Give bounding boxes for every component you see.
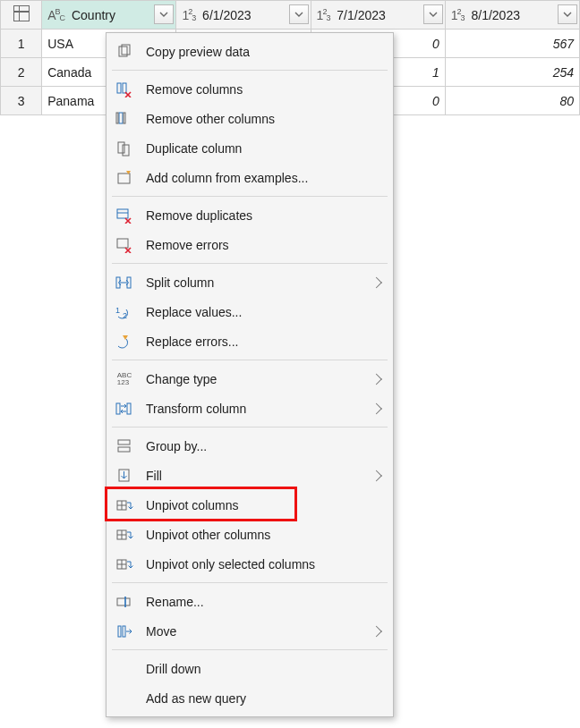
svg-rect-13	[117, 209, 128, 218]
column-header-date3[interactable]: 123 8/1/2023	[445, 1, 579, 30]
menu-separator	[112, 360, 388, 360]
add-column-examples-icon	[114, 167, 135, 189]
row-number: 2	[1, 58, 42, 87]
menu-unpivot-columns[interactable]: Unpivot columns	[107, 490, 393, 520]
replace-values-icon: 12	[114, 301, 135, 323]
cell-value[interactable]: 254	[445, 58, 579, 87]
menu-unpivot-other-columns[interactable]: Unpivot other columns	[107, 520, 393, 549]
filter-button[interactable]	[423, 4, 443, 24]
column-label: 7/1/2023	[337, 8, 386, 22]
text-type-icon: ABC	[47, 8, 64, 22]
menu-separator	[112, 582, 388, 583]
unpivot-selected-icon	[114, 554, 135, 575]
unpivot-other-icon	[114, 524, 135, 546]
menu-unpivot-only-selected[interactable]: Unpivot only selected columns	[107, 549, 393, 579]
blank-icon	[114, 688, 135, 709]
menu-separator	[112, 427, 388, 427]
svg-rect-29	[118, 447, 130, 452]
change-type-icon: ABC123	[114, 368, 135, 390]
menu-separator	[112, 649, 388, 650]
row-number: 3	[1, 87, 42, 115]
svg-rect-9	[118, 142, 124, 153]
menu-drill-down[interactable]: Drill down	[107, 654, 393, 683]
table-icon	[13, 5, 30, 21]
remove-errors-icon	[114, 234, 135, 256]
column-label: Country	[72, 8, 115, 22]
unpivot-icon	[114, 495, 135, 516]
svg-rect-8	[124, 113, 125, 123]
menu-change-type[interactable]: ABC123 Change type	[107, 364, 393, 394]
menu-split-column[interactable]: Split column	[107, 267, 393, 297]
column-header-date1[interactable]: 123 6/1/2023	[176, 1, 311, 30]
duplicate-column-icon	[114, 138, 135, 159]
menu-fill[interactable]: Fill	[107, 461, 393, 490]
menu-remove-columns[interactable]: Remove columns	[107, 74, 393, 104]
rename-icon	[114, 591, 135, 613]
column-header-country[interactable]: ABC Country	[42, 1, 176, 30]
replace-errors-icon	[114, 331, 135, 352]
menu-replace-values[interactable]: 12 Replace values...	[107, 297, 393, 326]
number-type-icon: 123	[317, 8, 330, 22]
menu-transform-column[interactable]: Transform column	[107, 394, 393, 423]
number-type-icon: 123	[182, 8, 195, 22]
menu-remove-errors[interactable]: Remove errors	[107, 230, 393, 259]
menu-separator	[112, 70, 388, 71]
remove-duplicates-icon	[114, 205, 135, 226]
svg-rect-6	[119, 113, 123, 123]
svg-text:1: 1	[115, 306, 120, 315]
svg-rect-10	[123, 145, 129, 156]
menu-rename[interactable]: Rename...	[107, 587, 393, 616]
column-label: 6/1/2023	[202, 8, 252, 22]
svg-rect-26	[116, 403, 120, 414]
chevron-down-icon	[563, 12, 572, 17]
select-all-cell[interactable]	[1, 1, 42, 30]
number-type-icon: 123	[451, 8, 465, 22]
column-label: 8/1/2023	[471, 8, 520, 22]
menu-replace-errors[interactable]: Replace errors...	[107, 326, 393, 356]
svg-rect-44	[123, 626, 125, 637]
menu-separator	[112, 263, 388, 264]
menu-separator	[112, 196, 388, 197]
svg-marker-25	[123, 335, 128, 340]
svg-rect-28	[118, 440, 130, 444]
filter-button[interactable]	[154, 4, 174, 24]
copy-icon	[114, 41, 135, 63]
remove-columns-icon	[114, 79, 135, 100]
chevron-down-icon	[429, 12, 438, 17]
menu-group-by[interactable]: Group by...	[107, 431, 393, 461]
remove-other-columns-icon	[114, 108, 135, 130]
svg-rect-27	[127, 403, 131, 414]
filter-button[interactable]	[558, 4, 577, 24]
menu-remove-duplicates[interactable]: Remove duplicates	[107, 200, 393, 230]
chevron-down-icon	[159, 12, 168, 17]
menu-add-column-examples[interactable]: Add column from examples...	[107, 163, 393, 192]
menu-remove-other-columns[interactable]: Remove other columns	[107, 104, 393, 133]
menu-move[interactable]: Move	[107, 616, 393, 646]
cell-value[interactable]: 567	[445, 30, 579, 58]
svg-rect-41	[117, 598, 130, 605]
menu-duplicate-column[interactable]: Duplicate column	[107, 133, 393, 163]
svg-rect-3	[123, 83, 126, 93]
svg-rect-2	[117, 83, 121, 93]
filter-button[interactable]	[289, 4, 309, 24]
svg-rect-11	[118, 174, 130, 183]
group-by-icon	[114, 436, 135, 457]
column-header-date2[interactable]: 123 7/1/2023	[311, 1, 445, 30]
svg-rect-7	[116, 113, 118, 123]
row-number: 1	[1, 30, 42, 58]
cell-value[interactable]: 80	[445, 87, 579, 115]
fill-icon	[114, 465, 135, 487]
svg-rect-17	[117, 239, 128, 248]
blank-icon	[114, 658, 135, 680]
move-icon	[114, 621, 135, 642]
chevron-down-icon	[294, 12, 303, 17]
menu-add-as-new-query[interactable]: Add as new query	[107, 683, 393, 713]
context-menu: Copy preview data Remove columns Remove …	[106, 32, 394, 717]
split-column-icon	[114, 272, 135, 293]
transform-column-icon	[114, 398, 135, 419]
menu-copy-preview-data[interactable]: Copy preview data	[107, 37, 393, 66]
svg-rect-43	[118, 626, 121, 637]
